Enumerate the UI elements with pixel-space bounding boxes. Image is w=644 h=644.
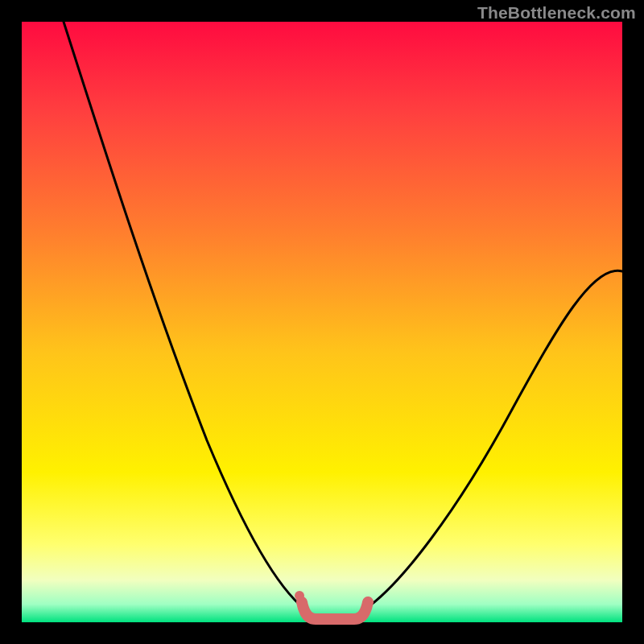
right-curve: [365, 270, 622, 609]
watermark-label: TheBottleneck.com: [477, 3, 636, 23]
chart-svg: [22, 22, 622, 622]
left-curve: [64, 22, 305, 609]
chart-frame: TheBottleneck.com: [0, 0, 644, 644]
flat-minimum-marker: [302, 602, 368, 619]
left-dot-icon: [295, 591, 304, 601]
